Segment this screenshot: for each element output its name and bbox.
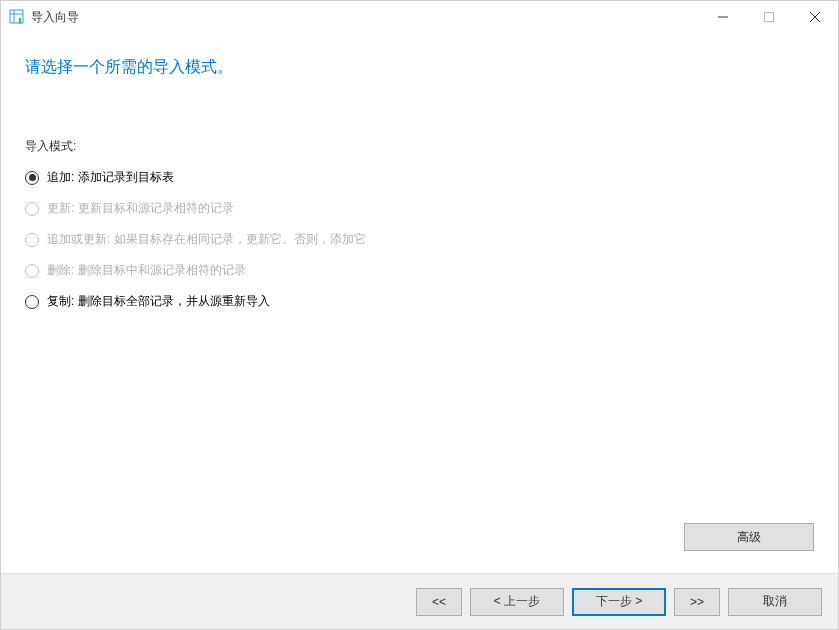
- close-button[interactable]: [792, 1, 838, 33]
- radio-label: 更新: 更新目标和源记录相符的记录: [47, 200, 234, 217]
- window-title: 导入向导: [31, 9, 79, 26]
- advanced-button[interactable]: 高级: [684, 523, 814, 551]
- maximize-button: [746, 1, 792, 33]
- minimize-button[interactable]: [700, 1, 746, 33]
- radio-option-append[interactable]: 追加: 添加记录到目标表: [25, 169, 814, 186]
- radio-label: 删除: 删除目标中和源记录相符的记录: [47, 262, 246, 279]
- svg-rect-5: [765, 13, 774, 22]
- radio-icon: [25, 264, 39, 278]
- cancel-button[interactable]: 取消: [728, 588, 822, 616]
- app-icon: [9, 9, 25, 25]
- window-controls: [700, 1, 838, 33]
- radio-option-delete: 删除: 删除目标中和源记录相符的记录: [25, 262, 814, 279]
- import-mode-label: 导入模式:: [25, 138, 814, 155]
- titlebar: 导入向导: [1, 1, 838, 33]
- radio-label: 追加: 添加记录到目标表: [47, 169, 174, 186]
- radio-icon: [25, 202, 39, 216]
- page-instruction: 请选择一个所需的导入模式。: [25, 57, 814, 78]
- first-button[interactable]: <<: [416, 588, 462, 616]
- radio-option-update: 更新: 更新目标和源记录相符的记录: [25, 200, 814, 217]
- radio-option-copy[interactable]: 复制: 删除目标全部记录，并从源重新导入: [25, 293, 814, 310]
- advanced-area: 高级: [684, 523, 814, 551]
- import-mode-radio-group: 追加: 添加记录到目标表 更新: 更新目标和源记录相符的记录 追加或更新: 如果…: [25, 169, 814, 310]
- content-area: 请选择一个所需的导入模式。 导入模式: 追加: 添加记录到目标表 更新: 更新目…: [1, 33, 838, 310]
- radio-icon: [25, 295, 39, 309]
- radio-icon: [25, 233, 39, 247]
- next-button[interactable]: 下一步 >: [572, 588, 666, 616]
- last-button[interactable]: >>: [674, 588, 720, 616]
- prev-button[interactable]: < 上一步: [470, 588, 564, 616]
- footer-nav: << < 上一步 下一步 > >> 取消: [1, 573, 838, 629]
- radio-label: 复制: 删除目标全部记录，并从源重新导入: [47, 293, 270, 310]
- radio-label: 追加或更新: 如果目标存在相同记录，更新它。否则，添加它: [47, 231, 366, 248]
- radio-icon: [25, 171, 39, 185]
- svg-rect-0: [10, 10, 23, 23]
- radio-option-append-or-update: 追加或更新: 如果目标存在相同记录，更新它。否则，添加它: [25, 231, 814, 248]
